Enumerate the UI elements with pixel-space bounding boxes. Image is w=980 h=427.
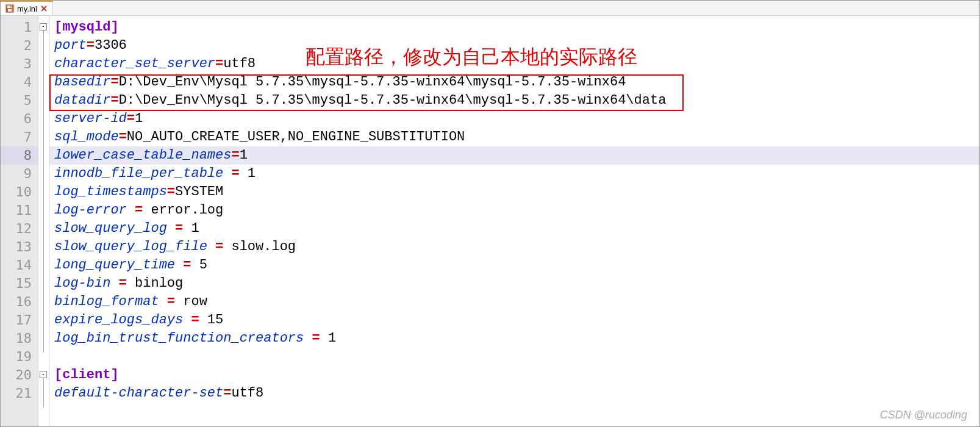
fold-toggle[interactable]: - [40, 23, 47, 30]
config-key: lower_case_table_names [54, 148, 231, 163]
code-line[interactable]: binlog_format = row [49, 293, 979, 311]
line-number: 19 [1, 348, 38, 366]
line-number-gutter: 123456789101112131415161718192021 [1, 16, 38, 426]
code-line[interactable]: [client] [49, 366, 979, 384]
code-line[interactable] [49, 348, 979, 366]
editor-area[interactable]: 123456789101112131415161718192021 -- [my… [1, 16, 979, 426]
code-line[interactable]: sql_mode=NO_AUTO_CREATE_USER,NO_ENGINE_S… [49, 128, 979, 146]
equals-sign: = [110, 74, 118, 90]
line-number: 15 [1, 274, 38, 293]
fold-column: -- [38, 16, 49, 426]
line-number: 7 [1, 128, 38, 146]
code-line[interactable]: datadir=D:\Dev_Env\Mysql 5.7.35\mysql-5.… [49, 92, 979, 110]
line-number: 18 [1, 329, 38, 348]
line-number: 21 [1, 384, 38, 403]
config-value: binlog [135, 276, 183, 291]
code-line[interactable]: [mysqld] [49, 18, 979, 37]
code-line[interactable]: lower_case_table_names=1 [49, 146, 979, 165]
config-key: long_query_time [54, 257, 175, 273]
equals-sign: = [215, 56, 223, 71]
equals-sign: = [110, 276, 135, 291]
editor-window: my.ini 123456789101112131415161718192021… [0, 0, 980, 427]
line-number: 4 [1, 73, 38, 92]
config-value: 1 [240, 148, 248, 163]
config-key: default-character-set [54, 386, 223, 401]
config-key: log-bin [54, 276, 110, 291]
line-number: 8 [1, 146, 38, 165]
close-icon[interactable] [40, 5, 48, 12]
svg-rect-3 [10, 6, 12, 8]
save-icon [5, 4, 14, 13]
equals-sign: = [110, 93, 118, 108]
config-key: slow_query_log_file [54, 239, 207, 254]
line-number: 6 [1, 110, 38, 128]
equals-sign: = [231, 148, 239, 163]
line-number: 10 [1, 183, 38, 201]
config-key: basedir [54, 74, 110, 90]
config-key: log_timestamps [54, 184, 167, 199]
code-line[interactable]: port=3306 [49, 37, 979, 55]
config-value: SYSTEM [175, 184, 223, 199]
line-number: 16 [1, 293, 38, 311]
equals-sign: = [183, 312, 207, 328]
code-line[interactable]: log-error = error.log [49, 201, 979, 220]
tab-filename: my.ini [17, 4, 37, 13]
code-line[interactable]: slow_query_log = 1 [49, 220, 979, 238]
code-line[interactable]: basedir=D:\Dev_Env\Mysql 5.7.35\mysql-5.… [49, 73, 979, 92]
code-line[interactable]: default-character-set=utf8 [49, 384, 979, 403]
svg-rect-1 [7, 5, 12, 8]
config-value: row [183, 294, 207, 309]
tab-bar: my.ini [1, 1, 979, 16]
line-number: 13 [1, 238, 38, 256]
line-number: 20 [1, 366, 38, 384]
svg-rect-2 [8, 9, 12, 12]
equals-sign: = [87, 38, 95, 53]
equals-sign: = [127, 203, 151, 218]
section-header: [client] [54, 367, 119, 382]
config-key: server-id [54, 111, 127, 126]
code-line[interactable]: log_bin_trust_function_creators = 1 [49, 329, 979, 348]
code-line[interactable]: slow_query_log_file = slow.log [49, 238, 979, 256]
equals-sign: = [304, 331, 328, 346]
code-line[interactable]: server-id=1 [49, 110, 979, 128]
code-area[interactable]: [mysqld]port=3306character_set_server=ut… [49, 16, 979, 426]
config-key: log-error [54, 203, 127, 218]
config-value: slow.log [231, 239, 296, 254]
equals-sign: = [223, 386, 231, 401]
line-number: 1 [1, 18, 38, 37]
line-number: 9 [1, 165, 38, 183]
equals-sign: = [175, 257, 199, 273]
code-line[interactable]: character_set_server=utf8 [49, 55, 979, 73]
watermark: CSDN @rucoding [880, 409, 967, 422]
line-number: 14 [1, 256, 38, 274]
code-line[interactable]: long_query_time = 5 [49, 256, 979, 274]
config-value: 15 [207, 312, 223, 328]
line-number: 2 [1, 37, 38, 55]
code-line[interactable]: expire_logs_days = 15 [49, 311, 979, 329]
code-line[interactable]: log-bin = binlog [49, 274, 979, 293]
config-value: 5 [199, 257, 207, 273]
section-header: [mysqld] [54, 20, 119, 35]
equals-sign: = [207, 239, 232, 254]
config-key: log_bin_trust_function_creators [54, 331, 304, 346]
equals-sign: = [167, 221, 191, 236]
config-value: 1 [135, 111, 143, 126]
tab-my-ini[interactable]: my.ini [1, 1, 53, 15]
equals-sign: = [127, 111, 135, 126]
line-number: 3 [1, 55, 38, 73]
fold-toggle[interactable]: - [40, 371, 47, 378]
config-key: innodb_file_per_table [54, 166, 223, 181]
config-value: NO_AUTO_CREATE_USER,NO_ENGINE_SUBSTITUTI… [127, 129, 465, 145]
line-number: 5 [1, 92, 38, 110]
fold-guide-line [43, 30, 44, 353]
fold-guide-line [43, 378, 44, 407]
equals-sign: = [119, 129, 127, 145]
code-line[interactable]: log_timestamps=SYSTEM [49, 183, 979, 201]
config-value: D:\Dev_Env\Mysql 5.7.35\mysql-5.7.35-win… [119, 74, 626, 90]
line-number: 12 [1, 220, 38, 238]
config-key: datadir [54, 93, 110, 108]
config-key: slow_query_log [54, 221, 167, 236]
code-line[interactable]: innodb_file_per_table = 1 [49, 165, 979, 183]
config-value: 1 [328, 331, 336, 346]
equals-sign: = [167, 184, 175, 199]
